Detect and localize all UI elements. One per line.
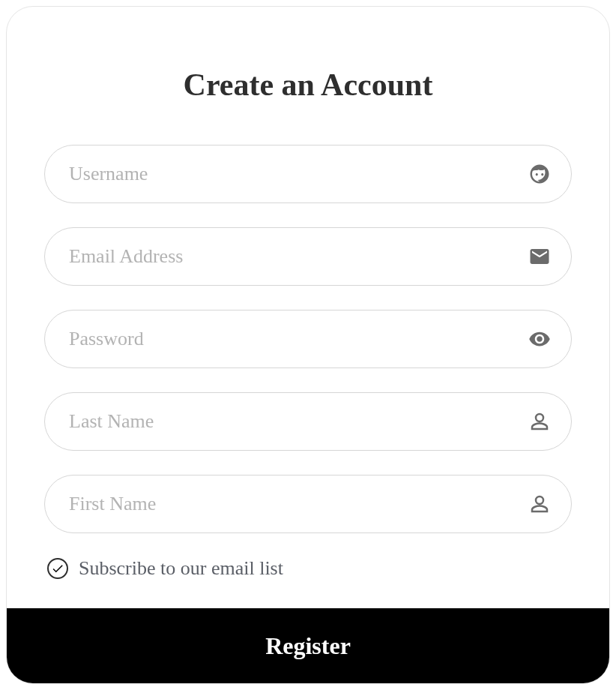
email-icon [528, 245, 551, 268]
username-input[interactable] [44, 145, 572, 203]
firstname-input[interactable] [44, 475, 572, 533]
email-field [44, 227, 572, 286]
face-icon [528, 163, 551, 185]
password-field [44, 310, 572, 368]
lastname-field [44, 392, 572, 451]
eye-icon[interactable] [528, 328, 551, 350]
person-icon [528, 410, 551, 433]
person-icon [528, 493, 551, 515]
lastname-input[interactable] [44, 392, 572, 451]
email-input[interactable] [44, 227, 572, 286]
subscribe-checkbox[interactable] [47, 558, 68, 579]
register-button[interactable]: Register [7, 608, 609, 683]
password-input[interactable] [44, 310, 572, 368]
subscribe-label[interactable]: Subscribe to our email list [79, 557, 283, 580]
subscribe-row: Subscribe to our email list [44, 557, 572, 580]
username-field [44, 145, 572, 203]
card-body: Create an Account [7, 7, 609, 608]
registration-card: Create an Account [6, 6, 610, 684]
firstname-field [44, 475, 572, 533]
page-title: Create an Account [44, 67, 572, 103]
